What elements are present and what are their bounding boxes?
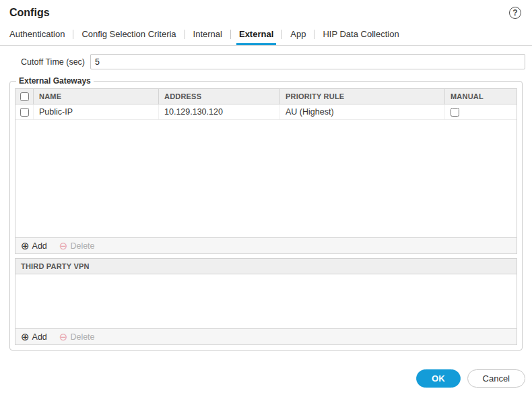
manual-checkbox[interactable] bbox=[451, 108, 459, 117]
row-select-checkbox[interactable] bbox=[20, 108, 29, 117]
delete-icon: ⊖ bbox=[59, 332, 68, 342]
dialog-footer: OK Cancel bbox=[416, 369, 525, 388]
add-icon: ⊕ bbox=[21, 332, 30, 342]
tabs-divider bbox=[0, 45, 532, 46]
tab-internal[interactable]: Internal bbox=[187, 27, 229, 45]
column-header-address[interactable]: ADDRESS bbox=[159, 89, 280, 104]
tab-separator bbox=[281, 30, 282, 39]
cutoff-time-label: Cutoff Time (sec) bbox=[9, 57, 85, 67]
tab-app[interactable]: App bbox=[284, 27, 312, 45]
tab-bar: Authentication Config Selection Criteria… bbox=[0, 22, 532, 45]
cell-name[interactable]: Public-IP bbox=[34, 104, 159, 119]
cancel-button[interactable]: Cancel bbox=[467, 369, 525, 388]
delete-icon: ⊖ bbox=[59, 241, 68, 251]
cell-address[interactable]: 10.129.130.120 bbox=[159, 104, 280, 119]
gateway-delete-button[interactable]: ⊖ Delete bbox=[59, 241, 95, 251]
third-party-vpn-table: THIRD PARTY VPN ⊕ Add ⊖ Delete bbox=[15, 258, 517, 345]
tab-config-selection-criteria[interactable]: Config Selection Criteria bbox=[75, 27, 182, 45]
table-row[interactable]: Public-IP 10.129.130.120 AU (Highest) bbox=[15, 104, 517, 120]
gateway-table-header: NAME ADDRESS PRIORITY RULE MANUAL bbox=[15, 89, 517, 104]
add-button-label: Add bbox=[32, 241, 47, 251]
gateway-add-button[interactable]: ⊕ Add bbox=[21, 241, 47, 251]
column-header-third-party-vpn[interactable]: THIRD PARTY VPN bbox=[15, 259, 517, 274]
tab-separator bbox=[185, 30, 185, 39]
tab-external[interactable]: External bbox=[232, 27, 280, 45]
select-all-checkbox[interactable] bbox=[20, 92, 29, 101]
add-button-label: Add bbox=[32, 332, 47, 342]
column-header-priority-rule[interactable]: PRIORITY RULE bbox=[280, 89, 445, 104]
gateway-table: NAME ADDRESS PRIORITY RULE MANUAL Public… bbox=[15, 88, 517, 254]
tab-authentication[interactable]: Authentication bbox=[9, 27, 71, 45]
tab-separator bbox=[314, 30, 314, 39]
page-title: Configs bbox=[9, 7, 50, 19]
external-gateways-legend: External Gateways bbox=[16, 76, 94, 86]
tab-separator bbox=[73, 30, 73, 39]
third-party-vpn-body bbox=[15, 274, 517, 328]
cutoff-time-input[interactable] bbox=[90, 54, 525, 69]
delete-button-label: Delete bbox=[70, 241, 94, 251]
third-party-delete-button[interactable]: ⊖ Delete bbox=[59, 332, 95, 342]
cell-priority-rule[interactable]: AU (Highest) bbox=[280, 104, 445, 119]
tab-separator bbox=[230, 30, 231, 39]
tab-hip-data-collection[interactable]: HIP Data Collection bbox=[316, 27, 405, 45]
select-all-cell bbox=[15, 89, 34, 104]
gateway-table-actions: ⊕ Add ⊖ Delete bbox=[15, 237, 517, 253]
delete-button-label: Delete bbox=[70, 332, 94, 342]
third-party-vpn-header: THIRD PARTY VPN bbox=[15, 259, 517, 274]
add-icon: ⊕ bbox=[21, 241, 30, 251]
third-party-vpn-actions: ⊕ Add ⊖ Delete bbox=[15, 328, 517, 344]
column-header-manual[interactable]: MANUAL bbox=[445, 89, 517, 104]
help-icon[interactable]: ? bbox=[509, 7, 521, 19]
column-header-name[interactable]: NAME bbox=[34, 89, 159, 104]
title-bar: Configs ? bbox=[0, 0, 532, 22]
external-gateways-group: External Gateways NAME ADDRESS PRIORITY … bbox=[9, 76, 523, 351]
ok-button[interactable]: OK bbox=[416, 369, 461, 388]
gateway-table-body: Public-IP 10.129.130.120 AU (Highest) bbox=[15, 104, 517, 237]
third-party-add-button[interactable]: ⊕ Add bbox=[21, 332, 47, 342]
cell-manual bbox=[445, 104, 517, 119]
cutoff-time-row: Cutoff Time (sec) bbox=[9, 54, 525, 69]
row-select-cell bbox=[15, 104, 34, 119]
